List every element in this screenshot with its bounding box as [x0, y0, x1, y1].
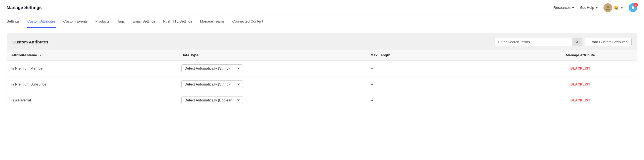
search-icon	[575, 40, 579, 44]
get-help-button[interactable]: Get Help	[580, 5, 598, 10]
data-type-select[interactable]: Detect Automatically (String)Detect Auto…	[181, 64, 243, 72]
data-type-cell: Detect Automatically (String)Detect Auto…	[177, 92, 366, 108]
blacklist-button[interactable]: BLACKLIST	[570, 98, 591, 102]
tab-products[interactable]: Products	[95, 15, 109, 28]
tab-connected-content[interactable]: Connected Content	[232, 15, 263, 28]
tab-push-ttl-settings[interactable]: Push TTL Settings	[163, 15, 192, 28]
table-header-bar: Custom Attributes + Add Custom Attribute…	[7, 34, 637, 50]
data-type-cell: Detect Automatically (String)Detect Auto…	[177, 60, 366, 76]
search-input[interactable]	[495, 38, 572, 46]
tab-custom-attributes[interactable]: Custom Attributes	[27, 15, 56, 28]
tab-manage-teams[interactable]: Manage Teams	[200, 15, 225, 28]
avatar	[603, 3, 612, 12]
tab-email-settings[interactable]: Email Settings	[133, 15, 155, 28]
col-header-manage-attribute: Manage Attribute	[524, 50, 637, 60]
resources-button[interactable]: Resources	[554, 5, 575, 10]
blacklist-button[interactable]: BLACKLIST	[570, 67, 591, 70]
col-header-data-type: Data Type	[177, 50, 366, 60]
data-type-select[interactable]: Detect Automatically (String)Detect Auto…	[181, 80, 243, 88]
custom-attributes-table-container: Custom Attributes + Add Custom Attribute…	[7, 34, 637, 108]
max-length-cell: --	[366, 60, 524, 76]
table-body: Is Premium Member Detect Automatically (…	[7, 60, 637, 108]
app-title: Manage Settings	[7, 5, 42, 10]
col-header-max-length: Max Length	[366, 50, 524, 60]
table-wrapper: Custom Attributes + Add Custom Attribute…	[7, 34, 637, 108]
manage-attribute-cell: BLACKLIST	[524, 76, 637, 92]
manage-attribute-cell: BLACKLIST	[524, 60, 637, 76]
table-title: Custom Attributes	[12, 40, 48, 44]
attributes-table: Attribute Name ▲ Data Type Max Length Ma…	[7, 50, 637, 108]
tab-tags[interactable]: Tags	[117, 15, 125, 28]
sort-icon: ▲	[39, 54, 42, 57]
table-header-actions: + Add Custom Attributes	[495, 38, 632, 46]
search-wrap	[495, 38, 582, 46]
table-row: Is Premium Subscriber Detect Automatical…	[7, 76, 637, 92]
attribute-name-cell: Is Premium Member	[7, 60, 177, 76]
table-header-row: Attribute Name ▲ Data Type Max Length Ma…	[7, 50, 637, 60]
attribute-name-cell: Is Premium Subscriber	[7, 76, 177, 92]
attribute-name-cell: Is a Referral	[7, 92, 177, 108]
manage-attribute-cell: BLACKLIST	[524, 92, 637, 108]
add-custom-attributes-button[interactable]: + Add Custom Attributes	[585, 38, 632, 46]
nav-tabs: Settings Custom Attributes Custom Events…	[0, 15, 644, 28]
crown-icon: 👑	[614, 5, 619, 10]
notification-badge: 1	[634, 3, 638, 7]
chevron-down-icon	[620, 7, 623, 9]
main-content: Custom Attributes + Add Custom Attribute…	[0, 28, 644, 114]
blacklist-button[interactable]: BLACKLIST	[570, 82, 591, 86]
tab-settings[interactable]: Settings	[7, 15, 20, 28]
topbar-actions: Resources Get Help 👑 1	[554, 3, 637, 12]
svg-point-1	[606, 9, 610, 10]
notification-button[interactable]: 1	[629, 3, 637, 12]
tab-custom-events[interactable]: Custom Events	[63, 15, 88, 28]
max-length-cell: --	[366, 92, 524, 108]
svg-point-0	[607, 6, 609, 8]
user-menu[interactable]: 👑	[603, 3, 623, 12]
data-type-select[interactable]: Detect Automatically (String)Detect Auto…	[181, 96, 243, 104]
table-row: Is a Referral Detect Automatically (Stri…	[7, 92, 637, 108]
search-button[interactable]	[572, 38, 582, 46]
max-length-cell: --	[366, 76, 524, 92]
table-row: Is Premium Member Detect Automatically (…	[7, 60, 637, 76]
col-header-attribute-name: Attribute Name ▲	[7, 50, 177, 60]
data-type-cell: Detect Automatically (String)Detect Auto…	[177, 76, 366, 92]
topbar: Manage Settings Resources Get Help 👑 1	[0, 0, 644, 15]
